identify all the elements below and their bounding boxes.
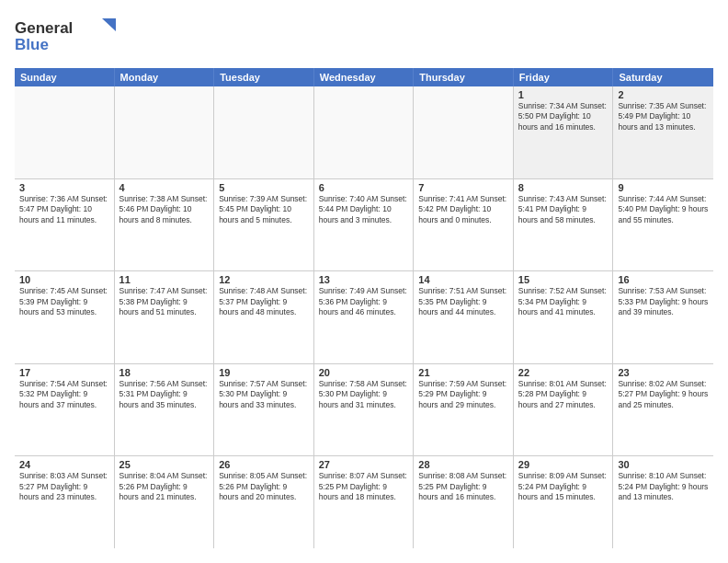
logo-text: General Blue [15,15,116,59]
day-cell-3: 3Sunrise: 7:36 AM Sunset: 5:47 PM Daylig… [15,179,115,271]
day-cell-1: 1Sunrise: 7:34 AM Sunset: 5:50 PM Daylig… [514,86,614,178]
day-info: Sunrise: 7:47 AM Sunset: 5:38 PM Dayligh… [119,286,210,317]
svg-text:Blue: Blue [15,36,49,53]
empty-cell [214,86,314,178]
day-info: Sunrise: 7:44 AM Sunset: 5:40 PM Dayligh… [618,194,709,225]
empty-cell [115,86,215,178]
calendar-week-4: 17Sunrise: 7:54 AM Sunset: 5:32 PM Dayli… [15,364,713,457]
svg-text:General: General [15,19,73,37]
day-number: 28 [418,459,508,470]
header-day-friday: Friday [514,68,614,86]
day-number: 22 [518,367,609,378]
svg-marker-1 [102,18,116,31]
day-cell-14: 14Sunrise: 7:51 AM Sunset: 5:35 PM Dayli… [414,271,514,363]
day-number: 3 [19,182,109,193]
header-day-saturday: Saturday [613,68,713,86]
day-info: Sunrise: 7:58 AM Sunset: 5:30 PM Dayligh… [319,379,409,410]
day-cell-8: 8Sunrise: 7:43 AM Sunset: 5:41 PM Daylig… [514,179,614,271]
header-day-wednesday: Wednesday [314,68,415,86]
day-number: 1 [518,89,609,100]
day-number: 10 [19,274,109,285]
day-cell-12: 12Sunrise: 7:48 AM Sunset: 5:37 PM Dayli… [214,271,314,363]
day-info: Sunrise: 7:41 AM Sunset: 5:42 PM Dayligh… [418,194,508,225]
day-number: 2 [618,89,709,100]
day-cell-19: 19Sunrise: 7:57 AM Sunset: 5:30 PM Dayli… [214,364,314,456]
day-info: Sunrise: 8:08 AM Sunset: 5:25 PM Dayligh… [418,471,508,502]
calendar: SundayMondayTuesdayWednesdayThursdayFrid… [15,68,713,548]
day-number: 15 [518,274,609,285]
day-number: 16 [618,274,709,285]
day-cell-16: 16Sunrise: 7:53 AM Sunset: 5:33 PM Dayli… [613,271,713,363]
day-number: 13 [319,274,409,285]
day-cell-7: 7Sunrise: 7:41 AM Sunset: 5:42 PM Daylig… [414,179,514,271]
day-cell-27: 27Sunrise: 8:07 AM Sunset: 5:25 PM Dayli… [314,456,415,548]
calendar-body: 1Sunrise: 7:34 AM Sunset: 5:50 PM Daylig… [15,86,713,548]
day-info: Sunrise: 8:07 AM Sunset: 5:25 PM Dayligh… [319,471,409,502]
day-cell-15: 15Sunrise: 7:52 AM Sunset: 5:34 PM Dayli… [514,271,614,363]
header-day-thursday: Thursday [414,68,514,86]
day-cell-13: 13Sunrise: 7:49 AM Sunset: 5:36 PM Dayli… [314,271,415,363]
day-cell-20: 20Sunrise: 7:58 AM Sunset: 5:30 PM Dayli… [314,364,415,456]
day-cell-22: 22Sunrise: 8:01 AM Sunset: 5:28 PM Dayli… [514,364,614,456]
day-cell-28: 28Sunrise: 8:08 AM Sunset: 5:25 PM Dayli… [414,456,514,548]
day-info: Sunrise: 8:10 AM Sunset: 5:24 PM Dayligh… [618,471,709,502]
day-info: Sunrise: 7:43 AM Sunset: 5:41 PM Dayligh… [518,194,609,225]
day-cell-4: 4Sunrise: 7:38 AM Sunset: 5:46 PM Daylig… [115,179,215,271]
day-number: 27 [319,459,409,470]
day-info: Sunrise: 8:05 AM Sunset: 5:26 PM Dayligh… [219,471,309,502]
day-info: Sunrise: 7:40 AM Sunset: 5:44 PM Dayligh… [319,194,409,225]
day-number: 11 [119,274,210,285]
calendar-header: SundayMondayTuesdayWednesdayThursdayFrid… [15,68,713,86]
empty-cell [15,86,115,178]
day-cell-30: 30Sunrise: 8:10 AM Sunset: 5:24 PM Dayli… [613,456,713,548]
day-cell-2: 2Sunrise: 7:35 AM Sunset: 5:49 PM Daylig… [613,86,713,178]
day-cell-25: 25Sunrise: 8:04 AM Sunset: 5:26 PM Dayli… [115,456,215,548]
day-info: Sunrise: 7:35 AM Sunset: 5:49 PM Dayligh… [618,101,709,132]
day-info: Sunrise: 7:57 AM Sunset: 5:30 PM Dayligh… [219,379,309,410]
calendar-week-5: 24Sunrise: 8:03 AM Sunset: 5:27 PM Dayli… [15,456,713,548]
day-info: Sunrise: 7:52 AM Sunset: 5:34 PM Dayligh… [518,286,609,317]
day-cell-11: 11Sunrise: 7:47 AM Sunset: 5:38 PM Dayli… [115,271,215,363]
day-info: Sunrise: 7:54 AM Sunset: 5:32 PM Dayligh… [19,379,109,410]
day-number: 24 [19,459,109,470]
day-info: Sunrise: 7:36 AM Sunset: 5:47 PM Dayligh… [19,194,109,225]
day-info: Sunrise: 8:09 AM Sunset: 5:24 PM Dayligh… [518,471,609,502]
day-cell-29: 29Sunrise: 8:09 AM Sunset: 5:24 PM Dayli… [514,456,614,548]
day-info: Sunrise: 7:39 AM Sunset: 5:45 PM Dayligh… [219,194,309,225]
day-number: 23 [618,367,709,378]
day-info: Sunrise: 7:59 AM Sunset: 5:29 PM Dayligh… [418,379,508,410]
day-cell-6: 6Sunrise: 7:40 AM Sunset: 5:44 PM Daylig… [314,179,415,271]
day-info: Sunrise: 7:45 AM Sunset: 5:39 PM Dayligh… [19,286,109,317]
day-number: 18 [119,367,210,378]
day-number: 30 [618,459,709,470]
day-number: 6 [319,182,409,193]
day-number: 9 [618,182,709,193]
page-header: General Blue [15,15,713,59]
calendar-week-1: 1Sunrise: 7:34 AM Sunset: 5:50 PM Daylig… [15,86,713,179]
day-cell-26: 26Sunrise: 8:05 AM Sunset: 5:26 PM Dayli… [214,456,314,548]
day-number: 4 [119,182,210,193]
day-number: 25 [119,459,210,470]
header-day-monday: Monday [115,68,215,86]
day-number: 26 [219,459,309,470]
day-number: 14 [418,274,508,285]
day-info: Sunrise: 8:03 AM Sunset: 5:27 PM Dayligh… [19,471,109,502]
day-cell-21: 21Sunrise: 7:59 AM Sunset: 5:29 PM Dayli… [414,364,514,456]
day-info: Sunrise: 8:01 AM Sunset: 5:28 PM Dayligh… [518,379,609,410]
logo: General Blue [15,15,116,59]
day-cell-18: 18Sunrise: 7:56 AM Sunset: 5:31 PM Dayli… [115,364,215,456]
day-info: Sunrise: 7:34 AM Sunset: 5:50 PM Dayligh… [518,101,609,132]
empty-cell [314,86,415,178]
day-number: 29 [518,459,609,470]
day-info: Sunrise: 8:04 AM Sunset: 5:26 PM Dayligh… [119,471,210,502]
day-number: 8 [518,182,609,193]
header-day-sunday: Sunday [15,68,115,86]
day-number: 7 [418,182,508,193]
calendar-page: General Blue SundayMondayTuesdayWednesda… [0,0,728,563]
day-info: Sunrise: 7:51 AM Sunset: 5:35 PM Dayligh… [418,286,508,317]
day-number: 5 [219,182,309,193]
empty-cell [414,86,514,178]
day-cell-9: 9Sunrise: 7:44 AM Sunset: 5:40 PM Daylig… [613,179,713,271]
day-cell-24: 24Sunrise: 8:03 AM Sunset: 5:27 PM Dayli… [15,456,115,548]
day-number: 19 [219,367,309,378]
